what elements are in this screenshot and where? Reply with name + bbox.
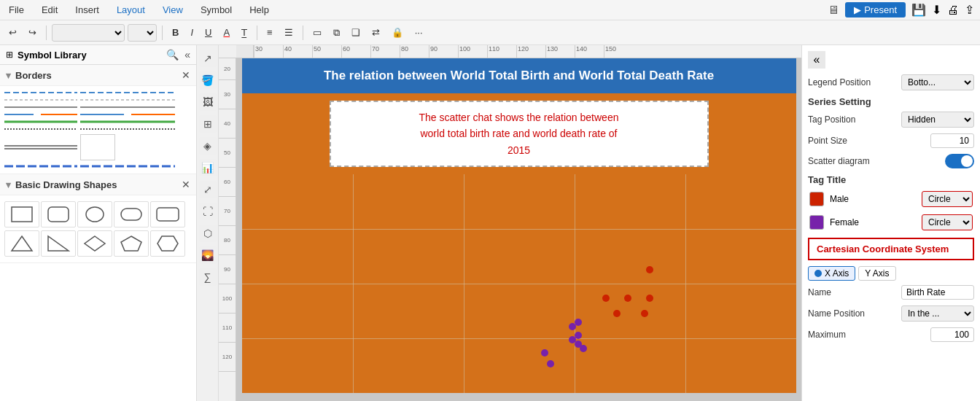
undo-button[interactable]: ↩	[4, 24, 21, 41]
shape-hexagon[interactable]	[150, 230, 185, 257]
right-panel-collapse[interactable]: «	[808, 51, 825, 69]
image-tool[interactable]: 🖼	[199, 93, 217, 111]
point-size-input[interactable]: 10	[930, 133, 974, 148]
shapes-close-button[interactable]: ✕	[182, 179, 190, 190]
font-color-button[interactable]: A	[219, 24, 234, 41]
expand-tool[interactable]: ⛶	[199, 203, 217, 220]
italic-button[interactable]: I	[186, 24, 198, 41]
menu-help[interactable]: Help	[246, 3, 272, 17]
ruler-mark-120: 120	[516, 45, 545, 58]
text-shadow-button[interactable]: T̲	[237, 24, 252, 41]
legend-position-select[interactable]: Botto...	[901, 74, 974, 90]
border-sample-12[interactable]	[80, 127, 175, 131]
grid-v-1	[353, 174, 354, 393]
paint-bucket-tool[interactable]: 🪣	[199, 71, 217, 89]
menu-insert[interactable]: Insert	[72, 3, 102, 17]
shape-right-triangle[interactable]	[41, 230, 76, 257]
shape-triangle[interactable]	[4, 230, 39, 257]
border-button[interactable]: ▭	[308, 24, 326, 41]
arrow-tool[interactable]: ↗	[199, 50, 217, 67]
y-axis-label: Y Axis	[865, 268, 889, 279]
collapse-sidebar-button[interactable]: «	[184, 49, 190, 61]
combine-button[interactable]: ⧉	[329, 24, 344, 42]
more-button[interactable]: ···	[411, 24, 427, 41]
shape-pentagon[interactable]	[114, 230, 149, 257]
border-sample-10[interactable]	[80, 120, 175, 124]
canvas-body: 20 30 40 50 60 70 80 90 100 110 120 The …	[219, 58, 801, 401]
borders-close-button[interactable]: ✕	[182, 69, 190, 81]
layer-button[interactable]: ❑	[347, 24, 365, 41]
menu-file[interactable]: File	[6, 3, 27, 17]
shapes-tool[interactable]: ⬡	[199, 225, 217, 242]
image2-tool[interactable]: 🌄	[199, 246, 217, 264]
save-icon[interactable]: 💾	[911, 3, 926, 17]
align-button[interactable]: ☰	[280, 24, 298, 41]
border-sample-4[interactable]	[80, 98, 175, 102]
play-icon: ▶	[854, 4, 861, 15]
border-sample-9[interactable]	[4, 120, 77, 124]
axis-tab-row: X Axis Y Axis	[808, 266, 974, 281]
shape-diamond[interactable]	[77, 230, 112, 257]
shape-circle[interactable]	[77, 201, 112, 227]
menu-view[interactable]: View	[160, 3, 186, 17]
align-left-button[interactable]: ≡	[262, 24, 277, 41]
layers-tool[interactable]: ◈	[199, 137, 217, 155]
search-button[interactable]: 🔍	[166, 49, 179, 61]
flip-button[interactable]: ⇄	[368, 24, 384, 41]
chart-wrapper[interactable]: The relation between World Total Birth a…	[242, 58, 796, 393]
bold-button[interactable]: B	[168, 24, 183, 41]
download-icon[interactable]: ⬇	[932, 3, 941, 17]
formula-tool[interactable]: ∑	[199, 268, 217, 286]
border-sample-5[interactable]	[4, 105, 77, 109]
menu-edit[interactable]: Edit	[39, 3, 61, 17]
ruler-mark-90: 90	[429, 45, 458, 58]
ruler-mark-130: 130	[545, 45, 575, 58]
grid-tool[interactable]: ⊞	[199, 115, 217, 133]
connector-tool[interactable]: ⤢	[199, 181, 217, 198]
lock-button[interactable]: 🔒	[387, 24, 408, 41]
female-shape-select[interactable]: Circle	[922, 214, 973, 230]
toolbar-sep-2	[162, 26, 163, 40]
shape-wide-rounded[interactable]	[150, 201, 185, 227]
chart-subtitle-box[interactable]: The scatter chat shows the relation betw…	[330, 101, 709, 167]
y-axis-tab[interactable]: Y Axis	[858, 266, 895, 281]
font-size-select[interactable]	[128, 24, 157, 42]
male-shape-select[interactable]: Circle	[922, 191, 973, 207]
border-sample-16[interactable]	[80, 163, 175, 169]
shape-rounded-rect[interactable]	[41, 201, 76, 227]
border-sample-14[interactable]	[80, 134, 115, 160]
sidebar-title: Symbol Library	[18, 50, 87, 61]
border-sample-6[interactable]	[80, 105, 175, 109]
menu-layout[interactable]: Layout	[114, 3, 148, 17]
underline-button[interactable]: U	[201, 24, 216, 41]
border-sample-7[interactable]	[4, 112, 77, 117]
ruler-mark-80: 80	[400, 45, 429, 58]
shape-rounded-rect-2[interactable]	[114, 201, 149, 227]
print-icon[interactable]: 🖨	[947, 4, 959, 17]
x-axis-tab[interactable]: X Axis	[808, 266, 855, 281]
main-area: ⊞ Symbol Library 🔍 « ▾ Borders ✕	[0, 45, 980, 401]
redo-button[interactable]: ↪	[24, 24, 41, 41]
shape-rect[interactable]	[4, 201, 39, 227]
svg-marker-25	[85, 236, 105, 251]
chart-tool[interactable]: 📊	[199, 159, 217, 176]
border-sample-13[interactable]	[4, 144, 77, 150]
maximum-input[interactable]	[930, 327, 974, 342]
name-position-select[interactable]: In the ...	[901, 305, 974, 322]
name-input[interactable]	[901, 285, 974, 300]
font-family-select[interactable]	[52, 24, 125, 42]
share-icon[interactable]: ⇪	[965, 3, 974, 17]
border-sample-3[interactable]	[4, 98, 77, 102]
present-button[interactable]: ▶ Present	[845, 2, 906, 17]
border-sample-8[interactable]	[80, 112, 175, 117]
border-sample-2[interactable]	[80, 90, 175, 95]
tag-position-select[interactable]: Hidden	[901, 112, 974, 128]
menu-symbol[interactable]: Symbol	[198, 3, 235, 17]
border-sample-15[interactable]	[4, 163, 77, 169]
female-tag-row: Female Circle	[808, 213, 974, 232]
border-sample-11[interactable]	[4, 127, 77, 131]
toolbar: ↩ ↪ B I U A T̲ ≡ ☰ ▭ ⧉ ❑ ⇄ 🔒 ···	[0, 20, 980, 45]
right-panel: « Legend Position Botto... Series Settin…	[801, 45, 980, 401]
border-sample-1[interactable]	[4, 90, 77, 95]
scatter-diagram-toggle[interactable]	[945, 154, 974, 168]
